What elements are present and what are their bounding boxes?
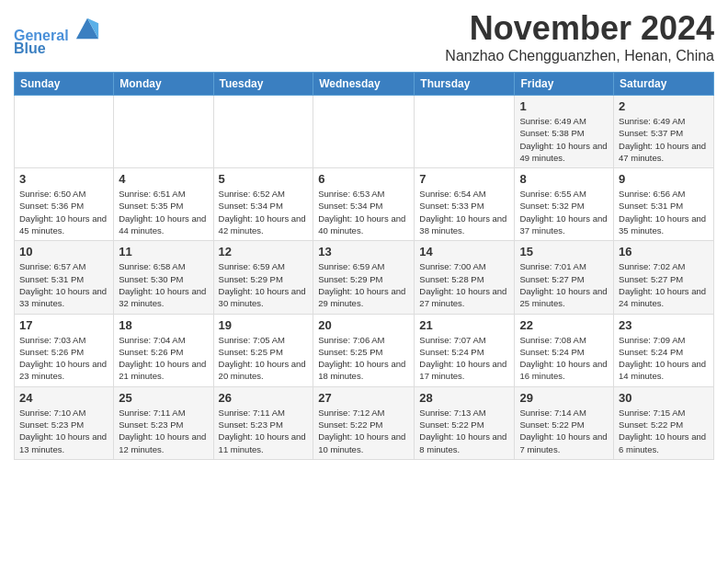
day-number: 19 (219, 318, 309, 332)
day-number: 11 (119, 245, 208, 259)
day-info: Sunrise: 6:51 AM Sunset: 5:35 PM Dayligh… (119, 188, 208, 236)
calendar-cell: 20Sunrise: 7:06 AM Sunset: 5:25 PM Dayli… (313, 314, 415, 386)
calendar-cell: 19Sunrise: 7:05 AM Sunset: 5:25 PM Dayli… (213, 314, 313, 386)
day-info: Sunrise: 7:08 AM Sunset: 5:24 PM Dayligh… (519, 334, 609, 383)
day-info: Sunrise: 7:10 AM Sunset: 5:23 PM Dayligh… (19, 407, 108, 455)
weekday-header-sunday: Sunday (15, 73, 114, 96)
day-number: 5 (219, 172, 309, 186)
calendar-week-2: 10Sunrise: 6:57 AM Sunset: 5:31 PM Dayli… (15, 241, 714, 314)
day-info: Sunrise: 7:02 AM Sunset: 5:27 PM Dayligh… (619, 260, 709, 309)
calendar-header-row: SundayMondayTuesdayWednesdayThursdayFrid… (15, 73, 714, 96)
day-number: 18 (119, 318, 208, 332)
calendar-cell: 15Sunrise: 7:01 AM Sunset: 5:27 PM Dayli… (515, 241, 614, 314)
day-info: Sunrise: 6:56 AM Sunset: 5:31 PM Dayligh… (619, 188, 709, 236)
calendar-cell: 7Sunrise: 6:54 AM Sunset: 5:33 PM Daylig… (415, 168, 515, 241)
weekday-header-tuesday: Tuesday (213, 73, 313, 96)
day-number: 23 (619, 318, 709, 332)
calendar-cell: 1Sunrise: 6:49 AM Sunset: 5:38 PM Daylig… (515, 96, 614, 168)
calendar-cell: 30Sunrise: 7:15 AM Sunset: 5:22 PM Dayli… (614, 386, 714, 459)
day-info: Sunrise: 6:50 AM Sunset: 5:36 PM Dayligh… (19, 188, 108, 236)
calendar-cell: 12Sunrise: 6:59 AM Sunset: 5:29 PM Dayli… (213, 241, 313, 314)
weekday-header-friday: Friday (515, 73, 614, 96)
logo: General Blue (14, 15, 100, 57)
day-info: Sunrise: 6:53 AM Sunset: 5:34 PM Dayligh… (318, 188, 409, 236)
day-info: Sunrise: 6:49 AM Sunset: 5:37 PM Dayligh… (619, 115, 709, 164)
page-header: General Blue November 2024 Nanzhao Cheng… (14, 9, 714, 64)
day-info: Sunrise: 7:01 AM Sunset: 5:27 PM Dayligh… (519, 260, 609, 309)
day-number: 8 (519, 172, 609, 186)
day-info: Sunrise: 6:58 AM Sunset: 5:30 PM Dayligh… (119, 260, 208, 309)
day-info: Sunrise: 6:52 AM Sunset: 5:34 PM Dayligh… (219, 188, 309, 236)
day-info: Sunrise: 7:09 AM Sunset: 5:24 PM Dayligh… (619, 334, 709, 383)
weekday-header-thursday: Thursday (415, 73, 515, 96)
day-info: Sunrise: 6:59 AM Sunset: 5:29 PM Dayligh… (219, 260, 309, 309)
calendar-cell (114, 96, 213, 168)
day-number: 28 (419, 391, 509, 405)
calendar-cell: 22Sunrise: 7:08 AM Sunset: 5:24 PM Dayli… (515, 314, 614, 386)
day-number: 7 (419, 172, 509, 186)
calendar-cell: 5Sunrise: 6:52 AM Sunset: 5:34 PM Daylig… (213, 168, 313, 241)
day-number: 17 (19, 318, 108, 332)
calendar-cell: 4Sunrise: 6:51 AM Sunset: 5:35 PM Daylig… (114, 168, 213, 241)
day-info: Sunrise: 7:00 AM Sunset: 5:28 PM Dayligh… (419, 260, 509, 309)
calendar-cell: 2Sunrise: 6:49 AM Sunset: 5:37 PM Daylig… (614, 96, 714, 168)
calendar-cell: 27Sunrise: 7:12 AM Sunset: 5:22 PM Dayli… (313, 386, 415, 459)
calendar-cell (213, 96, 313, 168)
day-number: 22 (519, 318, 609, 332)
calendar-cell: 13Sunrise: 6:59 AM Sunset: 5:29 PM Dayli… (313, 241, 415, 314)
day-number: 25 (119, 391, 208, 405)
day-info: Sunrise: 7:06 AM Sunset: 5:25 PM Dayligh… (318, 334, 409, 383)
calendar-cell: 14Sunrise: 7:00 AM Sunset: 5:28 PM Dayli… (415, 241, 515, 314)
calendar-cell: 16Sunrise: 7:02 AM Sunset: 5:27 PM Dayli… (614, 241, 714, 314)
day-number: 9 (619, 172, 709, 186)
calendar-cell (415, 96, 515, 168)
day-info: Sunrise: 6:54 AM Sunset: 5:33 PM Dayligh… (419, 188, 509, 236)
day-number: 20 (318, 318, 409, 332)
location: Nanzhao Chengguanzhen, Henan, China (445, 48, 714, 64)
day-number: 3 (19, 172, 108, 186)
calendar-cell (15, 96, 114, 168)
calendar-cell: 23Sunrise: 7:09 AM Sunset: 5:24 PM Dayli… (614, 314, 714, 386)
day-info: Sunrise: 7:12 AM Sunset: 5:22 PM Dayligh… (318, 407, 409, 455)
day-number: 12 (219, 245, 309, 259)
calendar-cell: 29Sunrise: 7:14 AM Sunset: 5:22 PM Dayli… (515, 386, 614, 459)
calendar-cell: 9Sunrise: 6:56 AM Sunset: 5:31 PM Daylig… (614, 168, 714, 241)
day-number: 30 (619, 391, 709, 405)
calendar-cell: 17Sunrise: 7:03 AM Sunset: 5:26 PM Dayli… (15, 314, 114, 386)
calendar-cell: 18Sunrise: 7:04 AM Sunset: 5:26 PM Dayli… (114, 314, 213, 386)
day-info: Sunrise: 7:05 AM Sunset: 5:25 PM Dayligh… (219, 334, 309, 383)
day-info: Sunrise: 7:04 AM Sunset: 5:26 PM Dayligh… (119, 334, 208, 383)
day-info: Sunrise: 6:49 AM Sunset: 5:38 PM Dayligh… (519, 115, 609, 164)
calendar-cell: 24Sunrise: 7:10 AM Sunset: 5:23 PM Dayli… (15, 386, 114, 459)
day-number: 2 (619, 99, 709, 113)
weekday-header-saturday: Saturday (614, 73, 714, 96)
calendar-cell: 10Sunrise: 6:57 AM Sunset: 5:31 PM Dayli… (15, 241, 114, 314)
day-number: 14 (419, 245, 509, 259)
month-title: November 2024 (445, 9, 714, 48)
day-info: Sunrise: 7:15 AM Sunset: 5:22 PM Dayligh… (619, 407, 709, 455)
weekday-header-monday: Monday (114, 73, 213, 96)
day-info: Sunrise: 7:07 AM Sunset: 5:24 PM Dayligh… (419, 334, 509, 383)
day-number: 29 (519, 391, 609, 405)
day-number: 10 (19, 245, 108, 259)
title-area: November 2024 Nanzhao Chengguanzhen, Hen… (445, 9, 714, 64)
calendar-week-0: 1Sunrise: 6:49 AM Sunset: 5:38 PM Daylig… (15, 96, 714, 168)
calendar-week-4: 24Sunrise: 7:10 AM Sunset: 5:23 PM Dayli… (15, 386, 714, 459)
day-number: 21 (419, 318, 509, 332)
calendar-cell: 28Sunrise: 7:13 AM Sunset: 5:22 PM Dayli… (415, 386, 515, 459)
calendar-cell: 8Sunrise: 6:55 AM Sunset: 5:32 PM Daylig… (515, 168, 614, 241)
day-number: 1 (519, 99, 609, 113)
calendar-cell: 11Sunrise: 6:58 AM Sunset: 5:30 PM Dayli… (114, 241, 213, 314)
calendar-cell: 21Sunrise: 7:07 AM Sunset: 5:24 PM Dayli… (415, 314, 515, 386)
calendar-week-3: 17Sunrise: 7:03 AM Sunset: 5:26 PM Dayli… (15, 314, 714, 386)
day-number: 24 (19, 391, 108, 405)
day-number: 16 (619, 245, 709, 259)
calendar-table: SundayMondayTuesdayWednesdayThursdayFrid… (14, 72, 714, 460)
calendar-cell: 6Sunrise: 6:53 AM Sunset: 5:34 PM Daylig… (313, 168, 415, 241)
day-info: Sunrise: 7:03 AM Sunset: 5:26 PM Dayligh… (19, 334, 108, 383)
day-number: 26 (219, 391, 309, 405)
calendar-cell: 3Sunrise: 6:50 AM Sunset: 5:36 PM Daylig… (15, 168, 114, 241)
day-number: 13 (318, 245, 409, 259)
day-info: Sunrise: 6:59 AM Sunset: 5:29 PM Dayligh… (318, 260, 409, 309)
day-number: 27 (318, 391, 409, 405)
